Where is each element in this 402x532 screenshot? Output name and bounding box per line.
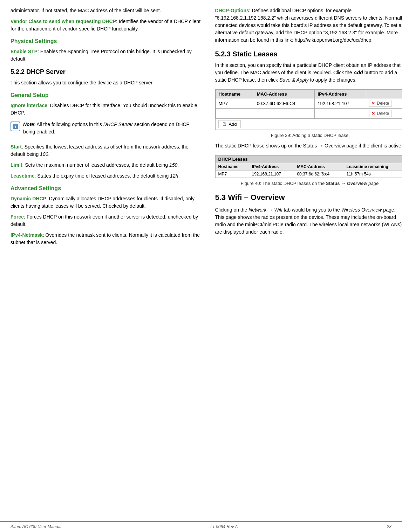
col-ipv4: IPv4-Address bbox=[315, 90, 366, 98]
note-box: Note: All the following options in this … bbox=[11, 121, 201, 139]
dynamic-dhcp-label: Dynamic DHCP bbox=[11, 196, 46, 201]
limit-para: Limit: Sets the maximum number of leased… bbox=[11, 161, 201, 169]
table-row: MP7 192.168.21.107 00:37:6d:62:f6:c4 11h… bbox=[216, 171, 402, 178]
col-action bbox=[366, 90, 402, 98]
advanced-settings-heading: Advanced Settings bbox=[11, 185, 201, 192]
leasetime-end: . bbox=[178, 173, 180, 179]
leases-row1-mac: 00:37:6d:62:f6:c4 bbox=[294, 171, 343, 178]
dhcp-leases-title: DHCP Leases bbox=[216, 156, 402, 163]
leases-row1-time: 11h 57m 54s bbox=[343, 171, 402, 178]
vendor-class-para: Vendor Class to send when requesting DHC… bbox=[11, 18, 201, 33]
enable-stp-label: Enable STP bbox=[11, 49, 38, 54]
limit-text: : Sets the maximum number of leased addr… bbox=[22, 162, 169, 168]
force-label: Force bbox=[11, 214, 24, 220]
intro-para: administrator. If not stated, the MAC ad… bbox=[11, 7, 201, 14]
add-word: Add bbox=[354, 70, 363, 75]
leasetime-label: Leasetime bbox=[11, 173, 34, 179]
leases-col-ipv4: IPv4-Address bbox=[249, 163, 294, 171]
leases-row1-hostname: MP7 bbox=[216, 171, 249, 178]
leasetime-text: : States the expiry time of leased addre… bbox=[34, 173, 170, 179]
footer-left: Altum AC 600 User Manual bbox=[11, 524, 61, 529]
delete-button-2[interactable]: ✕ Delete bbox=[369, 110, 391, 117]
row2-hostname bbox=[216, 109, 254, 119]
general-setup-heading: General Setup bbox=[11, 92, 201, 98]
leases-table: Hostname IPv4-Address MAC-Address Leaset… bbox=[216, 163, 402, 178]
figure-39-container: Hostname MAC-Address IPv4-Address MP7 00… bbox=[215, 89, 402, 130]
dhcp-server-heading: 5.2.2 DHCP Server bbox=[11, 68, 201, 76]
note-label: Note bbox=[23, 122, 34, 127]
ipv4-netmask-label: IPv4-Netmask bbox=[11, 232, 43, 238]
static-leases-intro: In this section, you can specify that a … bbox=[215, 62, 402, 84]
figure-40-caption-4: page. bbox=[367, 181, 380, 186]
limit-value: 150 bbox=[169, 162, 177, 168]
start-text: : Specifies the lowest leased address as… bbox=[11, 144, 189, 157]
save-apply: Save & Apply bbox=[279, 77, 309, 83]
row2-ipv4 bbox=[315, 109, 366, 119]
leases-col-hostname: Hostname bbox=[216, 163, 249, 171]
table-row: MP7 00:37:6D:62:F6:C4 192.168.21.107 ✕ D… bbox=[216, 98, 402, 109]
col-hostname: Hostname bbox=[216, 90, 254, 98]
dhcp-options-label: DHCP-Options bbox=[215, 8, 249, 13]
force-text: : Forces DHCP on this network even if an… bbox=[11, 214, 198, 227]
delete-x-icon-2: ✕ bbox=[372, 111, 375, 116]
start-end: . bbox=[48, 151, 49, 157]
page-container: administrator. If not stated, the MAC ad… bbox=[0, 0, 402, 532]
static-dhcp-text-content: The static DHCP lease shows up on the St… bbox=[215, 143, 402, 148]
svg-rect-1 bbox=[15, 126, 16, 128]
leasetime-para: Leasetime: States the expiry time of lea… bbox=[11, 172, 201, 180]
add-icon: 🖹 bbox=[222, 122, 227, 127]
leases-row1-ipv4: 192.168.21.107 bbox=[249, 171, 294, 178]
col-mac: MAC-Address bbox=[254, 90, 315, 98]
footer-center: LT-9064 Rev A bbox=[210, 524, 238, 529]
figure-40-caption-3: Overview bbox=[346, 181, 367, 186]
wifi-overview-heading: 5.3 Wifi – Overview bbox=[215, 193, 402, 202]
note-icon bbox=[11, 122, 20, 131]
leases-col-leasetime: Leasetime remaining bbox=[343, 163, 402, 171]
left-column: administrator. If not stated, the MAC ad… bbox=[11, 7, 201, 514]
start-para: Start: Specifies the lowest leased addre… bbox=[11, 143, 201, 158]
row1-mac: 00:37:6D:62:F6:C4 bbox=[254, 98, 315, 109]
vendor-class-label: Vendor Class to send when requesting DHC… bbox=[11, 19, 116, 24]
delete-x-icon: ✕ bbox=[372, 101, 375, 106]
limit-end: . bbox=[177, 162, 179, 168]
figure-40-caption-2: Status → bbox=[326, 181, 346, 186]
add-row: 🖹 Add bbox=[216, 119, 402, 130]
start-value: 100 bbox=[40, 151, 48, 157]
ipv4-netmask-para: IPv4-Netmask: Overrides the netmask sent… bbox=[11, 232, 201, 246]
note-text: Note: All the following options in this … bbox=[23, 121, 201, 136]
static-dhcp-text: The static DHCP lease shows up on the St… bbox=[215, 142, 402, 150]
row2-delete-cell: ✕ Delete bbox=[366, 109, 402, 119]
dhcp-options-para: DHCP-Options: Defines additional DHCP op… bbox=[215, 7, 402, 44]
enable-stp-para: Enable STP: Enables the Spanning Tree Pr… bbox=[11, 48, 201, 63]
limit-label: Limit bbox=[11, 162, 22, 168]
table-row: ✕ Delete bbox=[216, 109, 402, 119]
footer: Altum AC 600 User Manual LT-9064 Rev A 2… bbox=[0, 521, 402, 532]
ignore-interface-label: Ignore interface bbox=[11, 103, 47, 108]
content-columns: administrator. If not stated, the MAC ad… bbox=[0, 7, 402, 514]
dynamic-dhcp-para: Dynamic DHCP: Dynamically allocates DHCP… bbox=[11, 195, 201, 210]
figure-39-caption: Figure 39: Adding a static DHCP lease. bbox=[215, 133, 402, 138]
ignore-interface-para: Ignore interface: Disables DHCP for this… bbox=[11, 102, 201, 117]
note-icon-svg bbox=[12, 123, 19, 130]
row1-hostname: MP7 bbox=[216, 98, 254, 109]
add-button[interactable]: 🖹 Add bbox=[218, 120, 241, 128]
enable-stp-text: : Enables the Spanning Tree Protocol on … bbox=[11, 49, 192, 62]
footer-right: 23 bbox=[387, 524, 391, 529]
note-colon: : All the following options in this DHCP… bbox=[23, 122, 190, 134]
figure-40-container: DHCP Leases Hostname IPv4-Address MAC-Ad… bbox=[215, 155, 402, 178]
dhcp-table: Hostname MAC-Address IPv4-Address MP7 00… bbox=[216, 90, 402, 119]
row2-mac bbox=[254, 109, 315, 119]
physical-settings-heading: Physical Settings bbox=[11, 38, 201, 44]
row1-delete-cell: ✕ Delete bbox=[366, 98, 402, 109]
svg-rect-2 bbox=[15, 125, 16, 125]
leasetime-value: 12h bbox=[170, 173, 178, 179]
static-leases-end: to apply the changes. bbox=[308, 77, 356, 83]
row1-ipv4: 192.168.21.107 bbox=[315, 98, 366, 109]
right-column: DHCP-Options: Defines additional DHCP op… bbox=[215, 7, 402, 514]
dhcp-server-intro: This section allows you to configure the… bbox=[11, 79, 201, 87]
static-leases-heading: 5.2.3 Static Leases bbox=[215, 50, 402, 58]
delete-button-1[interactable]: ✕ Delete bbox=[369, 100, 391, 107]
wifi-text-content: Clicking on the Network → Wifi tab would… bbox=[215, 207, 402, 235]
force-para: Force: Forces DHCP on this network even … bbox=[11, 213, 201, 228]
start-label: Start bbox=[11, 144, 22, 150]
